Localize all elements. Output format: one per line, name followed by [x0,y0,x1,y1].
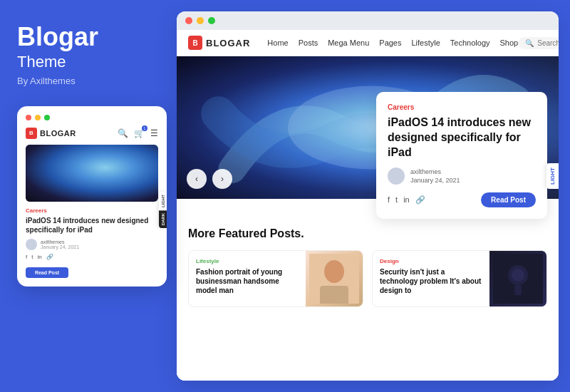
mobile-menu-icon[interactable]: ☰ [150,128,158,138]
browser-dot-red [185,17,192,24]
browser-search[interactable]: 🔍 [518,37,559,49]
mobile-light-tab[interactable]: LIGHT [159,192,167,210]
post-card-1[interactable]: Lifestyle Fashion portrait of young busi… [188,250,363,307]
hero-container: ‹ › Careers iPadOS 14 introduces new des… [177,56,559,199]
brand-by: By Axilthemes [17,76,76,86]
nav-technology[interactable]: Technology [450,38,490,47]
featured-actions: f t in 🔗 Read Post [388,192,536,207]
post-card-2[interactable]: Design Security isn't just a technology … [372,250,547,307]
author-info: axilthemes January 24, 2021 [410,167,460,185]
brand-subtitle: Theme [17,53,66,71]
mobile-mockup: B BLOGAR 🔍 🛒 1 ☰ Careers iPadOS 14 intro… [17,106,167,287]
linkedin-icon[interactable]: in [403,195,410,205]
mobile-social-icons: f t in 🔗 [26,254,158,260]
social-icons: f t in 🔗 [388,195,425,205]
link-icon: 🔗 [46,254,53,260]
left-panel: Blogar Theme By Axilthemes B BLOGAR 🔍 🛒 … [0,0,177,392]
read-post-button[interactable]: Read Post [481,192,536,207]
mobile-category: Careers [26,207,158,214]
mobile-post-title: iPadOS 14 introduces new designed specif… [26,216,158,234]
mobile-logo: B BLOGAR [26,128,76,139]
mobile-dots [26,115,158,120]
mobile-dark-tab[interactable]: DARK [159,210,167,228]
nav-pages[interactable]: Pages [379,38,401,47]
mobile-logo-icon: B [26,128,37,139]
mobile-read-button[interactable]: Read Post [26,267,68,278]
cart-badge: 1 [142,125,147,131]
post-image-2 [489,251,546,306]
security-svg [493,254,543,304]
post-category-1: Lifestyle [196,258,299,264]
post-card-content-1: Lifestyle Fashion portrait of young busi… [189,251,306,306]
mobile-author-info: axilthemes January 24, 2021 [41,239,79,249]
more-featured-posts: More Featured Posts. Lifestyle Fashion p… [177,199,559,381]
mobile-cart-icon[interactable]: 🛒 1 [134,128,145,138]
mobile-search-icon[interactable]: 🔍 [118,128,128,138]
link-icon[interactable]: 🔗 [415,195,425,205]
post-image-1 [306,251,363,306]
featured-category: Careers [388,103,536,111]
browser-dot-yellow [197,17,204,24]
author-avatar [388,167,405,185]
browser-content: B BLOGAR Home Posts Mega Menu Pages Life… [177,30,559,381]
author-date: January 24, 2021 [410,176,460,185]
browser-logo-text: BLOGAR [206,38,250,48]
fashion-svg [309,254,359,304]
dot-yellow [35,115,41,120]
security-image [489,251,546,306]
svg-point-2 [324,260,344,283]
mobile-nav-icons: 🔍 🛒 1 ☰ [118,128,158,138]
svg-point-6 [512,269,524,282]
nav-mega-menu[interactable]: Mega Menu [328,38,369,47]
author-name: axilthemes [410,167,460,177]
hero-controls: ‹ › [187,169,232,189]
dot-green [44,115,50,120]
browser-navbar: B BLOGAR Home Posts Mega Menu Pages Life… [177,30,559,56]
hero-prev-button[interactable]: ‹ [187,169,207,189]
twitter-icon[interactable]: t [395,195,398,205]
linkedin-icon: in [37,254,41,260]
featured-card: Careers iPadOS 14 introduces new designe… [376,92,547,219]
nav-lifestyle[interactable]: Lifestyle [412,38,440,47]
dot-red [26,115,31,120]
browser-dot-green [208,17,215,24]
fashion-image [306,251,363,306]
search-input[interactable] [537,39,559,47]
nav-home[interactable]: Home [267,38,288,47]
browser-logo: B BLOGAR [188,36,250,50]
mobile-hero-image [26,145,158,202]
posts-grid: Lifestyle Fashion portrait of young busi… [188,250,547,307]
post-title-2: Security isn't just a technology problem… [380,267,482,295]
svg-rect-7 [514,285,522,295]
light-tab-label: LIGHT [546,163,559,189]
nav-posts[interactable]: Posts [299,38,318,47]
mobile-navbar: B BLOGAR 🔍 🛒 1 ☰ [26,128,158,139]
nav-shop[interactable]: Shop [500,38,519,47]
twitter-icon: t [31,254,33,260]
more-posts-title: More Featured Posts. [188,227,547,240]
mobile-author-avatar [26,239,37,250]
browser-mockup: B BLOGAR Home Posts Mega Menu Pages Life… [177,11,559,381]
search-icon: 🔍 [525,39,534,47]
hero-next-button[interactable]: › [212,169,232,189]
browser-nav-links: Home Posts Mega Menu Pages Lifestyle Tec… [267,38,518,47]
post-card-content-2: Design Security isn't just a technology … [373,251,489,306]
mobile-hero-swirl [26,145,158,202]
browser-light-tab[interactable]: LIGHT [546,163,559,189]
mobile-light-dark-tab: LIGHT DARK [159,192,167,228]
brand-title: Blogar [17,23,98,51]
facebook-icon: f [26,254,27,260]
post-title-1: Fashion portrait of young businessman ha… [196,267,299,295]
browser-logo-icon: B [188,36,202,50]
browser-titlebar [177,11,559,30]
facebook-icon[interactable]: f [388,195,390,205]
mobile-logo-text: BLOGAR [40,129,76,138]
featured-title: iPadOS 14 introduces new designed specif… [388,115,536,160]
svg-rect-3 [320,286,348,304]
featured-author-row: axilthemes January 24, 2021 [388,167,536,185]
mobile-author-row: axilthemes January 24, 2021 [26,239,158,250]
post-category-2: Design [380,258,482,264]
